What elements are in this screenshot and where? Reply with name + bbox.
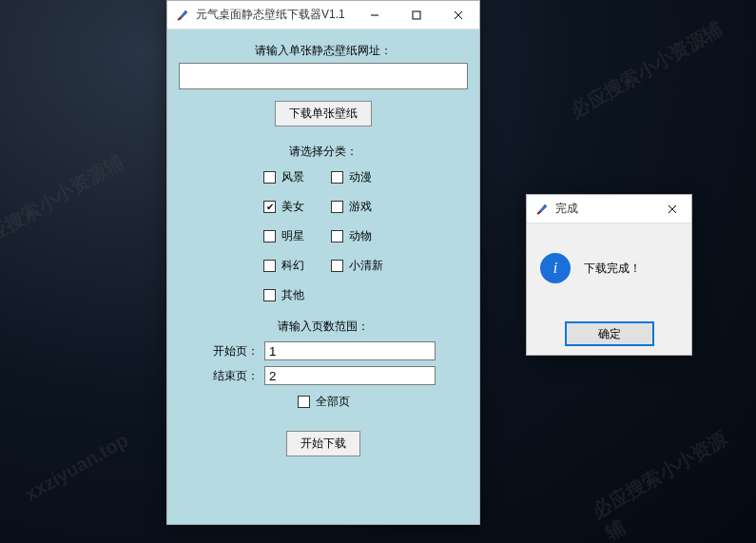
category-checkbox-beauty[interactable]: ✔美女 [263,199,304,215]
all-pages-label: 全部页 [316,394,350,410]
category-checkbox-star[interactable]: 明星 [263,228,304,244]
category-label: 游戏 [349,199,372,215]
checkbox-icon [263,289,276,301]
category-checkbox-animal[interactable]: 动物 [331,228,383,244]
desktop-background: 必应搜索小小资源辅 必应搜索小小资源辅 xxziyuan.top 必应搜索小小资… [0,0,756,543]
watermark: 必应搜索小小资源辅 [588,418,756,543]
category-label: 小清新 [349,258,383,274]
category-section-label: 请选择分类： [289,144,358,160]
dialog-message: 下载完成！ [584,261,641,277]
checkbox-icon [331,171,343,184]
category-grid: 风景 动漫 ✔美女 游戏 明星 动物 科幻 小清新 其他 [263,169,383,303]
dialog-window: 完成 i 下载完成！ 确定 [526,194,692,356]
checkbox-icon [298,396,310,408]
dialog-close-button[interactable] [653,195,691,223]
category-label: 风景 [281,169,304,185]
end-page-input[interactable] [264,366,436,385]
start-download-button[interactable]: 开始下载 [286,431,360,456]
category-label: 动漫 [349,169,372,185]
category-label: 科幻 [281,258,304,274]
all-pages-checkbox[interactable]: 全部页 [298,394,350,410]
url-input[interactable] [179,63,468,89]
watermark: 必应搜索小小资源辅 [0,149,128,257]
checkbox-icon [263,230,276,242]
category-label: 其他 [281,287,304,303]
end-page-row: 结束页： [211,366,436,385]
watermark: xxziyuan.top [21,429,131,505]
tk-feather-icon [175,8,190,23]
url-input-label: 请输入单张静态壁纸网址： [255,43,392,59]
maximize-button[interactable] [396,1,437,29]
category-label: 明星 [281,228,304,244]
category-label: 美女 [281,199,304,215]
category-label: 动物 [349,228,372,244]
start-page-label: 开始页： [211,343,259,359]
close-button[interactable] [437,1,479,29]
page-range-label: 请输入页数范围： [278,319,369,335]
end-page-label: 结束页： [211,368,259,384]
checkbox-icon [331,201,343,213]
tk-feather-icon [534,202,550,217]
start-page-input[interactable] [264,341,436,360]
dialog-body: i 下载完成！ 确定 [527,223,691,355]
main-titlebar[interactable]: 元气桌面静态壁纸下载器V1.1 [167,1,479,29]
category-checkbox-other[interactable]: 其他 [263,287,304,303]
watermark: 必应搜索小小资源辅 [566,16,727,124]
category-checkbox-scifi[interactable]: 科幻 [263,258,304,274]
category-checkbox-scenery[interactable]: 风景 [263,169,304,185]
main-body: 请输入单张静态壁纸网址： 下载单张壁纸 请选择分类： 风景 动漫 ✔美女 游戏 … [167,29,479,524]
info-icon: i [540,253,571,283]
download-single-button[interactable]: 下载单张壁纸 [275,101,372,126]
checkbox-icon [331,260,343,272]
dialog-ok-button[interactable]: 确定 [566,322,653,345]
svg-rect-1 [413,11,420,19]
checkbox-icon [263,260,276,272]
category-checkbox-game[interactable]: 游戏 [331,199,383,215]
dialog-titlebar[interactable]: 完成 [527,195,691,223]
minimize-button[interactable] [354,1,396,29]
category-checkbox-anime[interactable]: 动漫 [331,169,383,185]
checkbox-icon [263,171,276,184]
main-window-title: 元气桌面静态壁纸下载器V1.1 [196,7,354,23]
start-page-row: 开始页： [211,341,436,360]
main-window: 元气桌面静态壁纸下载器V1.1 请输入单张静态壁纸网址： 下载单张壁纸 请选择分… [166,0,480,525]
category-checkbox-fresh[interactable]: 小清新 [331,258,383,274]
checkbox-icon [331,230,343,242]
checkbox-icon: ✔ [263,201,276,213]
dialog-title: 完成 [555,201,653,217]
